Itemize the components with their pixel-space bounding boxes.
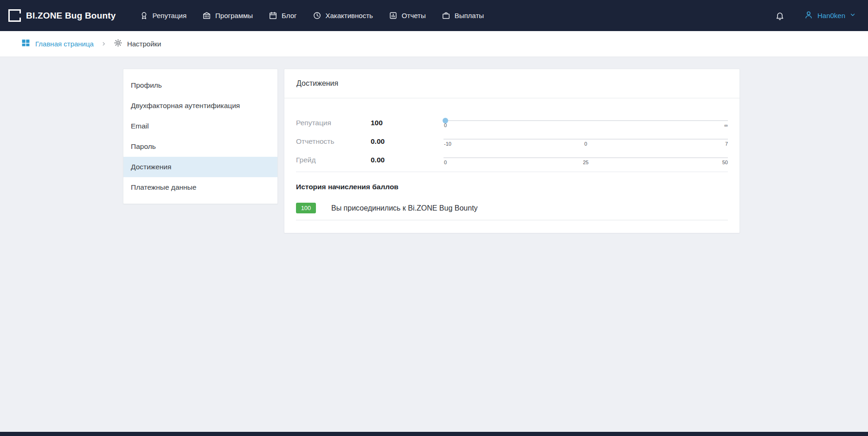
chevron-down-icon	[849, 12, 856, 20]
breadcrumb: Главная страница Настройки	[0, 31, 868, 57]
activity-icon	[313, 11, 321, 20]
metric-value: 100	[371, 119, 444, 127]
settings-sidebar: Профиль Двухфакторная аутентификация Ema…	[123, 69, 278, 204]
history-entry-text: Вы присоединились к Bi.ZONE Bug Bounty	[331, 204, 478, 212]
scale-mid: 0	[584, 141, 587, 147]
reporting-slider: -10 0 7	[444, 135, 728, 148]
slider-track	[444, 120, 728, 121]
metric-row-grade: Грейд 0.00 0 25 50	[296, 151, 728, 169]
metric-row-reporting: Отчетность 0.00 -10 0 7	[296, 132, 728, 151]
user-menu[interactable]: Han0ken	[804, 10, 856, 21]
section-divider	[296, 172, 728, 172]
metrics-section: Репутация 100 0 ∞ Отчетность 0.00 -10 0	[284, 98, 739, 172]
slider-track	[444, 139, 728, 140]
nav-label-payouts: Выплаты	[455, 12, 484, 19]
notifications-bell-icon[interactable]	[775, 11, 784, 20]
nav-item-reports[interactable]: Отчеты	[381, 0, 434, 31]
sidebar-item-label: Пароль	[131, 142, 156, 151]
nav-item-activity[interactable]: Хакактивность	[305, 0, 381, 31]
points-badge: 100	[296, 203, 316, 213]
sidebar-item-label: Платежные данные	[131, 183, 196, 192]
panel-title: Достижения	[284, 69, 739, 98]
sidebar-item-label: Достижения	[131, 163, 171, 171]
username: Han0ken	[817, 12, 845, 19]
nav-label-programs: Программы	[215, 12, 253, 19]
nav-label-reputation: Репутация	[153, 12, 186, 19]
nav-item-reputation[interactable]: Репутация	[132, 0, 194, 31]
reputation-icon	[140, 11, 148, 20]
sidebar-item-achievements[interactable]: Достижения	[123, 157, 277, 177]
scale-max: 50	[722, 160, 728, 165]
nav-label-activity: Хакактивность	[326, 12, 373, 19]
blog-icon	[269, 11, 277, 20]
achievements-panel: Достижения Репутация 100 0 ∞ Отчетность …	[284, 69, 740, 233]
metric-value: 0.00	[371, 137, 444, 146]
footer-bar	[0, 432, 868, 436]
home-link-label: Главная страница	[35, 40, 94, 48]
metric-value: 0.00	[371, 156, 444, 164]
nav-item-blog[interactable]: Блог	[261, 0, 304, 31]
breadcrumb-current-label: Настройки	[127, 40, 161, 48]
brand[interactable]: BI.ZONE Bug Bounty	[8, 9, 116, 22]
sidebar-item-2fa[interactable]: Двухфакторная аутентификация	[123, 96, 277, 116]
home-link[interactable]: Главная страница	[21, 38, 94, 49]
breadcrumb-separator-icon	[101, 41, 106, 46]
scale-max: 7	[725, 141, 728, 147]
nav-label-reports: Отчеты	[402, 12, 426, 19]
nav-label-blog: Блог	[282, 12, 296, 19]
main-nav: Репутация Программы Блог Хакактивность О…	[132, 0, 492, 31]
sidebar-item-password[interactable]: Пароль	[123, 136, 277, 157]
nav-item-programs[interactable]: Программы	[194, 0, 261, 31]
metric-row-reputation: Репутация 100 0 ∞	[296, 114, 728, 132]
scale-min: 0	[444, 122, 447, 128]
slider-track	[444, 157, 728, 158]
metric-label: Грейд	[296, 156, 371, 164]
bizone-logo-icon	[8, 9, 21, 22]
scale-min: -10	[444, 141, 451, 147]
history-entry: 100 Вы присоединились к Bi.ZONE Bug Boun…	[296, 203, 728, 220]
metric-label: Отчетность	[296, 137, 371, 146]
points-history-section: История начисления баллов 100 Вы присоед…	[284, 183, 739, 233]
reports-icon	[389, 11, 398, 20]
navbar-right: Han0ken	[775, 10, 856, 21]
programs-icon	[202, 11, 211, 20]
brand-title: BI.ZONE Bug Bounty	[26, 11, 116, 21]
sidebar-item-payment-data[interactable]: Платежные данные	[123, 177, 277, 198]
payouts-icon	[442, 11, 450, 20]
top-navbar: BI.ZONE Bug Bounty Репутация Программы Б…	[0, 0, 868, 31]
sidebar-item-label: Двухфакторная аутентификация	[131, 102, 240, 110]
sidebar-item-profile[interactable]: Профиль	[123, 75, 277, 96]
sidebar-item-email[interactable]: Email	[123, 116, 277, 136]
content-area: Профиль Двухфакторная аутентификация Ema…	[0, 57, 868, 233]
history-title: История начисления баллов	[296, 183, 728, 191]
scale-min: 0	[444, 160, 447, 165]
breadcrumb-current: Настройки	[114, 38, 161, 49]
sidebar-item-label: Профиль	[131, 81, 162, 90]
scale-max: ∞	[724, 122, 728, 128]
metric-label: Репутация	[296, 119, 371, 127]
scale-mid: 25	[583, 160, 588, 165]
nav-item-payouts[interactable]: Выплаты	[434, 0, 492, 31]
gear-icon	[114, 38, 122, 49]
reputation-slider: 0 ∞	[444, 116, 728, 130]
home-grid-icon	[21, 38, 30, 49]
user-icon	[804, 10, 813, 21]
grade-slider: 0 25 50	[444, 153, 728, 167]
sidebar-item-label: Email	[131, 122, 149, 130]
